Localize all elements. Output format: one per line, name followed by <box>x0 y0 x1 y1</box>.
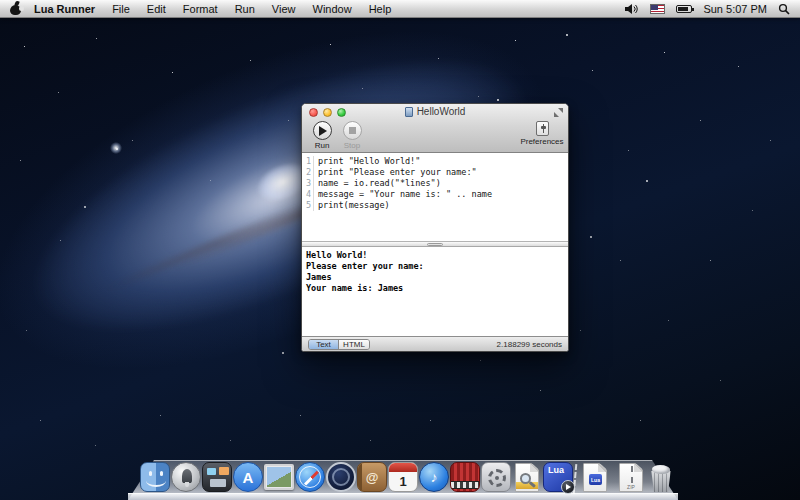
window-title: HelloWorld <box>417 106 466 117</box>
line-number: 2 <box>302 167 314 178</box>
line-number: 5 <box>302 200 314 211</box>
apple-menu-icon[interactable] <box>10 2 22 15</box>
preferences-icon <box>536 121 549 136</box>
status-bar: Text HTML 2.188299 seconds <box>302 336 568 351</box>
code-editor[interactable]: 1 print "Hello World!" 2 print "Please e… <box>302 154 568 241</box>
segment-html[interactable]: HTML <box>339 340 369 349</box>
toolbar: Run Stop Preferences <box>302 120 568 153</box>
apple-bite <box>19 6 24 11</box>
helloworld-window: HelloWorld Run Stop Preferenc <box>301 103 569 352</box>
output-mode-segmented-control: Text HTML <box>308 339 370 350</box>
dock-address-book-icon[interactable]: @ <box>357 462 387 492</box>
run-icon <box>313 121 332 140</box>
code-text: name = io.read("*lines") <box>314 178 441 189</box>
menu-help[interactable]: Help <box>369 3 392 15</box>
output-line: Please enter your name: <box>306 261 568 272</box>
volume-icon[interactable] <box>625 3 639 15</box>
dock-shelf-front <box>128 493 678 500</box>
code-line: 5 print(message) <box>302 200 568 211</box>
code-line: 1 print "Hello World!" <box>302 156 568 167</box>
code-line: 3 name = io.read("*lines") <box>302 178 568 189</box>
dock-trash-icon[interactable] <box>648 462 678 492</box>
run-button[interactable]: Run <box>308 121 336 150</box>
address-book-at: @ <box>366 470 379 485</box>
preferences-label: Preferences <box>520 137 564 146</box>
dock-system-preferences-icon[interactable] <box>481 462 511 492</box>
dock-calendar-icon[interactable]: 1 <box>388 462 418 492</box>
dock-preview-icon[interactable] <box>512 462 542 492</box>
code-text: print "Please enter your name:" <box>314 167 477 178</box>
dock-lua-file-icon[interactable]: Lua <box>580 462 610 492</box>
stop-icon <box>343 121 362 140</box>
itunes-note: ♪ <box>431 469 438 485</box>
dock-itunes-icon[interactable]: ♪ <box>419 462 449 492</box>
code-line: 4 message = "Your name is: " .. name <box>302 189 568 200</box>
line-number: 1 <box>302 156 314 167</box>
output-console[interactable]: Hello World! Please enter your name: Jam… <box>302 247 568 338</box>
dock-safari-icon[interactable] <box>295 462 325 492</box>
document-proxy-icon[interactable] <box>405 107 413 117</box>
stop-label: Stop <box>338 141 366 150</box>
menu-format[interactable]: Format <box>183 3 218 15</box>
bright-star <box>108 140 124 156</box>
code-line: 2 print "Please enter your name:" <box>302 167 568 178</box>
output-line: Your name is: James <box>306 283 568 294</box>
battery-nub <box>692 8 694 11</box>
flag-canton <box>651 5 658 10</box>
menu-edit[interactable]: Edit <box>147 3 166 15</box>
menu-window[interactable]: Window <box>313 3 352 15</box>
output-line: James <box>306 272 568 283</box>
line-number: 3 <box>302 178 314 189</box>
lua-run-badge <box>561 480 575 494</box>
input-source-us-flag-icon[interactable] <box>650 4 665 14</box>
battery-icon[interactable] <box>676 5 692 13</box>
segment-text[interactable]: Text <box>309 340 339 349</box>
lua-app-label: Lua <box>548 465 564 475</box>
line-number: 4 <box>302 189 314 200</box>
dock-zip-file-icon[interactable]: ZIP <box>616 462 646 492</box>
window-chrome: HelloWorld Run Stop Preferenc <box>302 104 568 153</box>
title-bar[interactable]: HelloWorld <box>302 104 568 120</box>
elapsed-time: 2.188299 seconds <box>497 340 562 349</box>
stop-button[interactable]: Stop <box>338 121 366 150</box>
dock-app-store-icon[interactable]: A <box>233 462 263 492</box>
preferences-button[interactable]: Preferences <box>520 121 564 146</box>
dock-finder-icon[interactable] <box>140 462 170 492</box>
desktop: Lua Runner File Edit Format Run View Win… <box>0 0 800 500</box>
menu-app-name[interactable]: Lua Runner <box>34 3 95 15</box>
menu-bar: Lua Runner File Edit Format Run View Win… <box>0 0 800 18</box>
menu-file[interactable]: File <box>112 3 130 15</box>
fullscreen-icon[interactable] <box>553 107 564 118</box>
lua-file-badge: Lua <box>589 474 602 485</box>
output-line: Hello World! <box>306 250 568 261</box>
menu-run[interactable]: Run <box>235 3 255 15</box>
dock-mission-control-icon[interactable] <box>202 462 232 492</box>
menu-view[interactable]: View <box>272 3 296 15</box>
menu-clock[interactable]: Sun 5:07 PM <box>703 3 767 15</box>
code-text: print "Hello World!" <box>314 156 420 167</box>
code-text: print(message) <box>314 200 390 211</box>
window-title-area: HelloWorld <box>302 106 568 117</box>
dock-lua-runner-icon[interactable]: Lua <box>543 462 573 492</box>
zip-file-label: ZIP <box>620 484 642 490</box>
split-dimple <box>427 243 443 246</box>
app-store-letter: A <box>243 469 254 486</box>
dock-launchpad-icon[interactable] <box>171 462 201 492</box>
calendar-day: 1 <box>389 472 417 491</box>
dock-pictures-icon[interactable] <box>264 462 294 492</box>
spotlight-icon[interactable] <box>778 3 790 15</box>
dock: A @ 1 ♪ Lua <box>0 448 800 500</box>
dock-quicktime-icon[interactable] <box>326 462 356 492</box>
battery-level <box>678 7 688 11</box>
dock-dvd-player-icon[interactable] <box>450 462 480 492</box>
run-label: Run <box>308 141 336 150</box>
code-text: message = "Your name is: " .. name <box>314 189 492 200</box>
